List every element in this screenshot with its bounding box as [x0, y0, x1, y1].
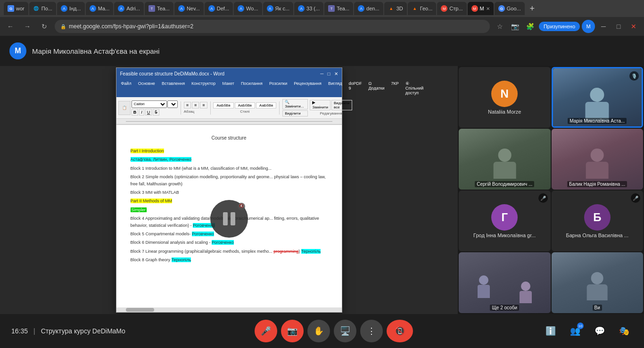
word-strikethrough-btn[interactable]: S̶ — [153, 109, 159, 116]
word-find-btn[interactable]: 🔍 Замінити... — [282, 99, 308, 109]
tab-ind[interactable]: Λ Інд... — [57, 2, 85, 15]
word-menu-review[interactable]: Рецензування — [291, 80, 324, 96]
participant-tile-balyk[interactable]: 🎤 Балик Надія Романівна ... — [552, 129, 644, 190]
tab-m-active[interactable]: M M ✕ — [468, 2, 494, 15]
tab-den[interactable]: Λ den... — [354, 2, 383, 15]
mute-toggle-button[interactable]: 🎤 — [255, 320, 277, 342]
tab-yak[interactable]: Λ Як с... — [263, 2, 293, 15]
word-menu-7kr[interactable]: 7КР — [388, 80, 402, 96]
refresh-button[interactable]: ↻ — [38, 20, 51, 33]
camera-icon[interactable]: 📷 — [509, 20, 522, 33]
activities-button[interactable]: 🎭 — [616, 323, 633, 340]
word-menu-home[interactable]: Основне — [135, 80, 158, 96]
word-bold-btn[interactable]: B — [132, 109, 139, 116]
participant-tile-hrod[interactable]: 🎤 Г Грод Інна Миколаївна gr... — [459, 191, 551, 251]
tab-33[interactable]: Λ 33 (... — [294, 2, 323, 15]
word-menu-design[interactable]: Конструктор — [189, 80, 218, 96]
profile-icon[interactable]: М — [582, 20, 595, 33]
tab-str[interactable]: M Стр... — [437, 2, 466, 15]
tab-def[interactable]: Λ Def... — [205, 2, 233, 15]
head2-others — [521, 282, 530, 291]
word-replace-btn[interactable]: ⯈ Замінити — [310, 100, 330, 110]
tab-wor[interactable]: Λ Wo... — [234, 2, 262, 15]
speaking-icon-maria: 🎙️ — [629, 71, 639, 81]
tab-g-wor[interactable]: G wor — [4, 2, 28, 15]
word-menu-layout[interactable]: Макет — [219, 80, 237, 96]
tab-favicon: Λ — [298, 5, 305, 12]
meet-container: M Марія Миколаївна Астаф'єва на екрані F… — [0, 36, 644, 348]
end-call-button[interactable]: 📵 — [387, 320, 413, 342]
head-balyk — [591, 149, 604, 162]
time-display: 16:35 — [11, 327, 28, 335]
back-button[interactable]: ← — [4, 20, 17, 33]
new-tab-button[interactable]: + — [526, 2, 539, 15]
forward-button[interactable]: → — [21, 20, 34, 33]
word-scrollbar-thumb[interactable] — [126, 308, 154, 312]
word-ribbon: 📋 Calibri 12 B I U S̶ — [116, 97, 342, 125]
camera-toggle-button[interactable]: 📷 — [281, 320, 304, 342]
word-italic-btn[interactable]: I — [139, 109, 144, 116]
word-menu-insert[interactable]: Вставлення — [159, 80, 188, 96]
participant-tile-maria[interactable]: 🎙️ Марія Миколаївна Аста... — [552, 67, 644, 128]
controls-center: 🎤 📷 ✋ 🖥️ ⋮ 📵 — [255, 320, 413, 342]
word-style-h1[interactable]: АаБбВв — [235, 102, 255, 108]
tab-nev[interactable]: Λ Nev... — [174, 2, 204, 15]
participant-tile-barna[interactable]: 🎤 Б Барна Ольга Василівна ... — [552, 191, 644, 251]
word-menu-file[interactable]: Файл — [118, 80, 134, 96]
address-bar[interactable]: 🔒 meet.google.com/fps-hpav-gwi?pli=1&aut… — [55, 20, 490, 33]
participant-name-overlay-others: Ще 2 особи — [459, 303, 551, 311]
word-size-select[interactable]: 12 — [167, 100, 178, 108]
word-scrollbar[interactable] — [116, 307, 342, 312]
word-minimize[interactable]: ─ — [320, 71, 323, 76]
word-menu-mailing[interactable]: Розсилки — [266, 80, 290, 96]
pause-bar-right — [231, 212, 235, 225]
word-menu-addons[interactable]: Ω Додатки — [365, 80, 387, 96]
word-align-right-btn[interactable]: ≡ — [200, 102, 207, 108]
word-menu-share[interactable]: ⑥ Спільний доступ — [403, 80, 426, 96]
minimize-button[interactable]: ─ — [597, 20, 610, 33]
maximize-button[interactable]: □ — [612, 20, 625, 33]
word-underline-btn[interactable]: U — [145, 109, 152, 116]
word-align-left-btn[interactable]: ≡ — [184, 102, 191, 108]
participant-tile-nataliia[interactable]: N Nataliia Morze — [459, 67, 551, 128]
tab-teams1[interactable]: T Tea... — [145, 2, 173, 15]
controls-right: ℹ️ 👥 10 💬 🎭 — [542, 323, 633, 340]
bookmark-icon[interactable]: ☆ — [494, 20, 507, 33]
tab-ma[interactable]: Λ Ма... — [86, 2, 114, 15]
tab-close-active[interactable]: ✕ — [486, 6, 490, 11]
word-maximize[interactable]: □ — [327, 71, 330, 76]
tab-geo[interactable]: ▲ Гео... — [408, 2, 437, 15]
word-menu-refs[interactable]: Посилання — [238, 80, 265, 96]
participant-tile-serhii[interactable]: Сергій Володимирович ... — [459, 129, 551, 190]
tab-goo[interactable]: G Goo... — [495, 2, 525, 15]
word-window: Feasible course structure DeDiMaMo.docx … — [116, 67, 342, 313]
info-button[interactable]: ℹ️ — [542, 323, 559, 340]
tab-adri[interactable]: Λ Adri... — [114, 2, 144, 15]
word-paste-btn[interactable]: 📋 — [118, 101, 131, 115]
word-align-center-btn[interactable]: ≡ — [192, 102, 199, 108]
word-selectall-btn[interactable]: Виділити все — [331, 100, 352, 110]
participant-name-overlay-serhii: Сергій Володимирович ... — [459, 179, 551, 188]
extensions-icon[interactable]: 🧩 — [524, 20, 537, 33]
raise-hand-button[interactable]: ✋ — [307, 320, 330, 342]
present-button[interactable]: 🖥️ — [334, 320, 356, 342]
word-select-btn[interactable]: Виділити — [282, 110, 308, 116]
more-options-button[interactable]: ⋮ — [360, 320, 383, 342]
tab-po[interactable]: 🌐 По... — [29, 2, 56, 15]
word-font-select[interactable]: Calibri — [132, 100, 167, 108]
participant-tile-you[interactable]: 🎤 Ви — [552, 252, 644, 313]
word-style-normal[interactable]: АаБбВв — [213, 102, 233, 108]
word-menu-view[interactable]: Вигляд — [325, 80, 345, 96]
word-close[interactable]: ✕ — [334, 71, 338, 76]
doc-line-11: Block 7 Linear programming (graphical/al… — [131, 248, 328, 255]
doc-line-1: Part I Introduction — [131, 148, 328, 154]
word-style-h2[interactable]: АаБбВв — [256, 102, 276, 108]
close-button[interactable]: ✕ — [627, 20, 640, 33]
word-menu-pdf[interactable]: doPDF 9 — [346, 80, 364, 96]
people-button[interactable]: 👥 10 — [567, 323, 584, 340]
participant-tile-others[interactable]: Ще 2 особи — [459, 252, 551, 313]
chat-button[interactable]: 💬 — [591, 323, 608, 340]
tab-3d[interactable]: ▲ 3D — [384, 2, 407, 15]
paused-button[interactable]: Призупинено — [539, 22, 580, 31]
tab-teams2[interactable]: T Tea... — [324, 2, 353, 15]
